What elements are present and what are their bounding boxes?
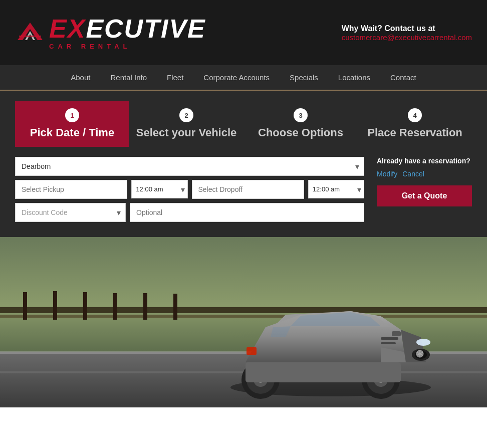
- dropoff-date-wrapper: [192, 180, 304, 199]
- location-wrapper: Dearborn Detroit Ann Arbor: [15, 157, 364, 176]
- nav-link-rental[interactable]: Rental Info: [110, 65, 147, 90]
- svg-rect-33: [392, 331, 401, 336]
- logo-rest: ECUTIVE: [86, 14, 205, 43]
- nav-link-specials[interactable]: Specials: [290, 65, 318, 90]
- svg-point-31: [416, 339, 430, 346]
- pickup-time-wrapper: 12:00 am 1:00 am 2:00 am: [131, 180, 187, 199]
- nav-item-about[interactable]: About: [71, 65, 90, 90]
- form-right: Already have a reservation? Modify Cance…: [372, 157, 472, 206]
- logo-icon: [15, 20, 45, 45]
- nav-link-corporate[interactable]: Corporate Accounts: [203, 65, 270, 90]
- svg-rect-5: [0, 315, 487, 318]
- logo-text: EXECUTIVE CAR RENTAL: [49, 16, 206, 50]
- navigation: About Rental Info Fleet Corporate Accoun…: [0, 65, 487, 91]
- nav-item-corporate[interactable]: Corporate Accounts: [203, 65, 270, 90]
- step-4[interactable]: 4 Place Reservation: [358, 101, 472, 147]
- contact-email: customercare@executivecarrental.com: [342, 33, 472, 42]
- logo-ex: EX: [49, 14, 86, 43]
- nav-item-fleet[interactable]: Fleet: [167, 65, 183, 90]
- step-2-label: Select your Vehicle: [136, 126, 237, 139]
- step-1-label: Pick Date / Time: [30, 126, 114, 139]
- nav-list: About Rental Info Fleet Corporate Accoun…: [15, 65, 472, 90]
- car-scene-svg: [0, 237, 487, 407]
- step-3-label: Choose Options: [258, 126, 343, 139]
- logo-area: EXECUTIVE CAR RENTAL: [15, 16, 206, 50]
- pickup-dropoff-row: 12:00 am 1:00 am 2:00 am 12:00 am 1:00 a…: [15, 180, 364, 199]
- discount-row: Discount Code AAA Corporate: [15, 203, 364, 222]
- header: EXECUTIVE CAR RENTAL Why Wait? Contact u…: [0, 0, 487, 65]
- contact-tagline: Why Wait? Contact us at: [342, 24, 472, 33]
- logo-subtitle: CAR RENTAL: [49, 43, 206, 50]
- svg-rect-34: [381, 337, 398, 340]
- nav-link-about[interactable]: About: [71, 65, 90, 90]
- step-2[interactable]: 2 Select your Vehicle: [129, 101, 243, 147]
- step-1-number: 1: [65, 108, 79, 122]
- booking-section: 1 Pick Date / Time 2 Select your Vehicle…: [0, 91, 487, 237]
- step-2-number: 2: [179, 108, 193, 122]
- step-3[interactable]: 3 Choose Options: [243, 101, 358, 147]
- optional-input[interactable]: [130, 203, 364, 222]
- svg-rect-35: [381, 342, 396, 344]
- dropoff-time-wrapper: 12:00 am 1:00 am: [308, 180, 364, 199]
- modify-link[interactable]: Modify: [377, 170, 397, 178]
- dropoff-time-select[interactable]: 12:00 am 1:00 am: [308, 180, 364, 198]
- get-quote-button[interactable]: Get a Quote: [377, 185, 472, 206]
- logo-name: EXECUTIVE: [49, 16, 206, 42]
- nav-link-fleet[interactable]: Fleet: [167, 65, 183, 90]
- step-4-number: 4: [408, 108, 422, 122]
- nav-item-locations[interactable]: Locations: [338, 65, 370, 90]
- location-select[interactable]: Dearborn Detroit Ann Arbor: [15, 157, 364, 176]
- discount-select[interactable]: Discount Code AAA Corporate: [15, 203, 126, 222]
- location-row: Dearborn Detroit Ann Arbor: [15, 157, 364, 176]
- cancel-link[interactable]: Cancel: [402, 170, 424, 178]
- nav-link-locations[interactable]: Locations: [338, 65, 370, 90]
- contact-area: Why Wait? Contact us at customercare@exe…: [342, 24, 472, 42]
- reservation-question: Already have a reservation?: [377, 157, 472, 165]
- nav-item-rental[interactable]: Rental Info: [110, 65, 147, 90]
- pickup-date-wrapper: [15, 180, 127, 199]
- dropoff-date-input[interactable]: [192, 180, 304, 199]
- nav-item-contact[interactable]: Contact: [390, 65, 416, 90]
- svg-rect-4: [0, 307, 487, 313]
- pickup-date-input[interactable]: [15, 180, 127, 199]
- discount-wrapper: Discount Code AAA Corporate: [15, 203, 126, 222]
- form-area: Dearborn Detroit Ann Arbor 12:00 am 1:00…: [15, 157, 472, 222]
- form-left: Dearborn Detroit Ann Arbor 12:00 am 1:00…: [15, 157, 364, 222]
- step-3-number: 3: [294, 108, 308, 122]
- nav-item-specials[interactable]: Specials: [290, 65, 318, 90]
- step-4-label: Place Reservation: [367, 126, 462, 139]
- steps-bar: 1 Pick Date / Time 2 Select your Vehicle…: [15, 101, 472, 147]
- pickup-time-select[interactable]: 12:00 am 1:00 am 2:00 am: [131, 180, 187, 198]
- reservation-links: Modify Cancel: [377, 170, 472, 178]
- step-1[interactable]: 1 Pick Date / Time: [15, 101, 129, 147]
- nav-link-contact[interactable]: Contact: [390, 65, 416, 90]
- svg-rect-32: [247, 347, 257, 355]
- svg-rect-24: [246, 362, 401, 382]
- car-section: [0, 237, 487, 407]
